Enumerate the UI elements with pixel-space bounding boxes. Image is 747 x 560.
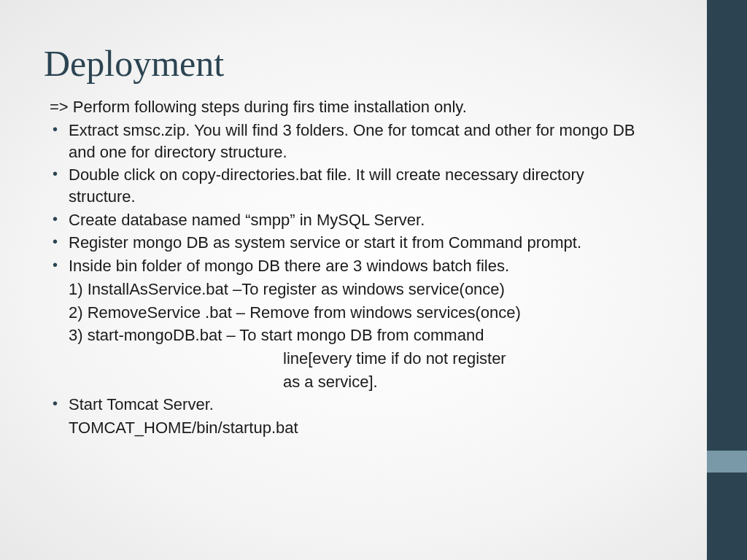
- slide-title: Deployment: [44, 42, 649, 85]
- sidebar-accent-dark: [707, 0, 747, 560]
- indented-line: as a service].: [50, 371, 649, 393]
- numbered-item: 1) InstallAsService.bat –To register as …: [50, 279, 649, 300]
- trailing-text: TOMCAT_HOME/bin/startup.bat: [50, 417, 649, 439]
- bullet-item: Register mongo DB as system service or s…: [50, 232, 649, 254]
- intro-text: => Perform following steps during firs t…: [44, 98, 649, 117]
- bullet-item: Double click on copy-directories.bat fil…: [50, 164, 649, 207]
- indented-line: line[every time if do not register: [50, 348, 649, 370]
- slide-content: Deployment => Perform following steps du…: [0, 0, 700, 455]
- bullet-item: Extract smsc.zip. You will find 3 folder…: [50, 120, 649, 163]
- sidebar-accent-light: [707, 451, 747, 472]
- bullet-item: Inside bin folder of mongo DB there are …: [50, 255, 649, 277]
- numbered-item: 2) RemoveService .bat – Remove from wind…: [50, 302, 649, 324]
- bullet-item: Start Tomcat Server.: [50, 394, 649, 416]
- bullet-list: Extract smsc.zip. You will find 3 folder…: [44, 120, 649, 439]
- bullet-item: Create database named “smpp” in MySQL Se…: [50, 209, 649, 231]
- numbered-item: 3) start-mongoDB.bat – To start mongo DB…: [50, 324, 649, 346]
